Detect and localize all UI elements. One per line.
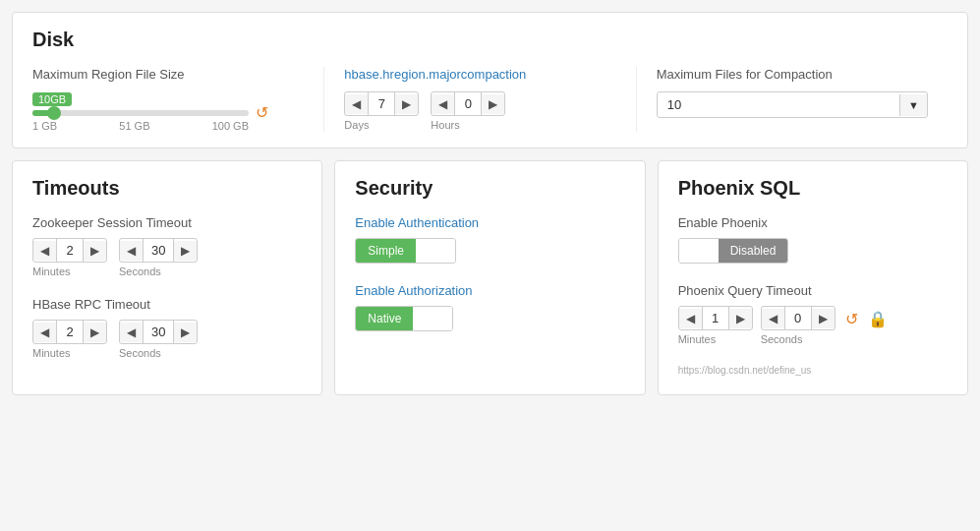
- rpc-seconds-increment[interactable]: ▶: [174, 323, 197, 342]
- days-label: Days: [344, 119, 369, 131]
- max-files-dropdown[interactable]: 10 ▼: [657, 91, 928, 118]
- max-files-panel: Maximum Files for Compaction 10 ▼: [637, 67, 948, 132]
- rpc-minutes-decrement[interactable]: ◀: [33, 323, 56, 342]
- bottom-row: Timeouts Zookeeper Session Timeout ◀ 2 ▶…: [12, 160, 968, 395]
- lock-icon: 🔒: [868, 310, 888, 328]
- auth-toggle-switch[interactable]: Simple: [355, 238, 456, 264]
- days-increment-btn[interactable]: ▶: [395, 94, 418, 114]
- enable-authz-section: Enable Authorization Native: [355, 283, 624, 331]
- phoenix-seconds-spinner: ◀ 0 ▶: [761, 306, 836, 330]
- max-region-label: Maximum Region File Size: [32, 67, 304, 82]
- phoenix-query-label: Phoenix Query Timeout: [678, 283, 948, 298]
- security-card: Security Enable Authentication Simple En…: [334, 160, 645, 395]
- auth-off-btn[interactable]: [416, 239, 455, 263]
- enable-auth-label: Enable Authentication: [355, 215, 624, 230]
- phoenix-minutes-decrement[interactable]: ◀: [679, 309, 702, 328]
- zk-minutes-spinner: ◀ 2 ▶: [32, 238, 107, 263]
- authz-toggle-switch[interactable]: Native: [355, 306, 453, 331]
- phoenix-minutes-spinner: ◀ 1 ▶: [678, 306, 753, 330]
- dropdown-arrow-icon[interactable]: ▼: [899, 94, 927, 116]
- rpc-minutes-item: ◀ 2 ▶ Minutes: [32, 320, 107, 359]
- phoenix-reset-icon[interactable]: ↺: [843, 308, 860, 330]
- authz-native-btn[interactable]: Native: [356, 307, 413, 330]
- hours-label: Hours: [431, 119, 459, 131]
- rpc-seconds-decrement[interactable]: ◀: [120, 323, 143, 342]
- auth-simple-btn[interactable]: Simple: [356, 239, 416, 263]
- compaction-spinners: ◀ 7 ▶ Days ◀ 0 ▶ Hours: [344, 91, 615, 131]
- rpc-minutes-spinner: ◀ 2 ▶: [32, 320, 107, 344]
- phoenix-seconds-value: 0: [784, 307, 812, 329]
- days-spinner-item: ◀ 7 ▶ Days: [344, 91, 419, 131]
- hours-decrement-btn[interactable]: ◀: [432, 94, 454, 114]
- phoenix-seconds-increment[interactable]: ▶: [812, 309, 835, 328]
- disk-card: Disk Maximum Region File Size 10GB 1 GB …: [12, 12, 968, 148]
- zk-minutes-value: 2: [56, 239, 84, 262]
- zk-seconds-label: Seconds: [119, 266, 161, 277]
- major-compaction-panel: hbase.hregion.majorcompaction ◀ 7 ▶ Days…: [324, 67, 636, 132]
- zk-seconds-value: 30: [143, 239, 174, 262]
- rpc-minutes-increment[interactable]: ▶: [84, 323, 106, 342]
- phoenix-toggle: Disabled: [678, 238, 948, 264]
- major-compaction-label: hbase.hregion.majorcompaction: [344, 67, 615, 82]
- hbase-rpc-section: HBase RPC Timeout ◀ 2 ▶ Minutes ◀: [32, 297, 302, 359]
- hours-spinner: ◀ 0 ▶: [431, 91, 505, 116]
- rpc-seconds-value: 30: [143, 321, 174, 343]
- phoenix-title: Phoenix SQL: [678, 177, 948, 200]
- zookeeper-spinners: ◀ 2 ▶ Minutes ◀ 30 ▶ Seconds: [32, 238, 302, 277]
- enable-authz-label: Enable Authorization: [355, 283, 624, 298]
- timeouts-title: Timeouts: [32, 177, 302, 200]
- max-files-label: Maximum Files for Compaction: [657, 67, 928, 82]
- auth-toggle: Simple: [355, 238, 624, 264]
- slider-reset-icon[interactable]: ↺: [256, 102, 268, 121]
- slider-labels: 1 GB 51 GB 100 GB: [32, 120, 249, 132]
- phoenix-disabled-btn[interactable]: Disabled: [719, 239, 788, 263]
- slider-badge: 10GB: [32, 92, 72, 106]
- phoenix-toggle-switch[interactable]: Disabled: [678, 238, 789, 264]
- enable-auth-section: Enable Authentication Simple: [355, 215, 624, 264]
- phoenix-seconds-label: Seconds: [761, 333, 803, 345]
- hours-spinner-item: ◀ 0 ▶ Hours: [431, 91, 505, 131]
- phoenix-seconds-decrement[interactable]: ◀: [762, 309, 784, 328]
- slider-mid: 51 GB: [119, 120, 149, 132]
- enable-phoenix-label: Enable Phoenix: [678, 215, 948, 230]
- phoenix-minutes-increment[interactable]: ▶: [729, 309, 752, 328]
- days-value: 7: [368, 92, 395, 115]
- days-spinner: ◀ 7 ▶: [344, 91, 419, 116]
- rpc-seconds-spinner: ◀ 30 ▶: [119, 320, 198, 344]
- phoenix-seconds-item: ◀ 0 ▶ Seconds: [761, 306, 836, 345]
- hours-increment-btn[interactable]: ▶: [482, 94, 504, 114]
- zookeeper-label: Zookeeper Session Timeout: [32, 215, 302, 230]
- phoenix-query-spinners: ◀ 1 ▶ Minutes ◀ 0 ▶ Seconds: [678, 306, 948, 345]
- zk-seconds-item: ◀ 30 ▶ Seconds: [119, 238, 198, 277]
- zk-minutes-label: Minutes: [32, 266, 71, 277]
- timeouts-card: Timeouts Zookeeper Session Timeout ◀ 2 ▶…: [12, 160, 322, 395]
- rpc-seconds-label: Seconds: [119, 347, 161, 359]
- days-decrement-btn[interactable]: ◀: [345, 94, 368, 114]
- zk-seconds-decrement[interactable]: ◀: [120, 241, 143, 261]
- page-container: Disk Maximum Region File Size 10GB 1 GB …: [12, 12, 968, 395]
- zk-minutes-decrement[interactable]: ◀: [33, 241, 56, 261]
- hours-value: 0: [454, 92, 482, 115]
- zookeeper-section: Zookeeper Session Timeout ◀ 2 ▶ Minutes …: [32, 215, 302, 277]
- slider-track[interactable]: [32, 110, 249, 116]
- authz-off-btn[interactable]: [413, 307, 452, 330]
- max-files-value: 10: [658, 92, 899, 117]
- watermark: https://blog.csdn.net/define_us: [678, 365, 948, 376]
- hbase-rpc-label: HBase RPC Timeout: [32, 297, 302, 312]
- slider-thumb: [47, 106, 61, 120]
- rpc-seconds-item: ◀ 30 ▶ Seconds: [119, 320, 198, 359]
- zk-minutes-increment[interactable]: ▶: [84, 241, 106, 261]
- slider-min: 1 GB: [32, 120, 57, 132]
- rpc-minutes-value: 2: [56, 321, 84, 343]
- phoenix-on-btn[interactable]: [679, 239, 719, 263]
- security-title: Security: [355, 177, 624, 200]
- phoenix-card: Phoenix SQL Enable Phoenix Disabled Phoe…: [658, 160, 968, 395]
- disk-title: Disk: [32, 29, 948, 51]
- zk-seconds-spinner: ◀ 30 ▶: [119, 238, 198, 263]
- max-region-panel: Maximum Region File Size 10GB 1 GB 51 GB…: [32, 67, 324, 132]
- slider-max: 100 GB: [212, 120, 249, 132]
- phoenix-minutes-value: 1: [702, 307, 729, 329]
- zk-seconds-increment[interactable]: ▶: [174, 241, 197, 261]
- zk-minutes-item: ◀ 2 ▶ Minutes: [32, 238, 107, 277]
- rpc-minutes-label: Minutes: [32, 347, 71, 359]
